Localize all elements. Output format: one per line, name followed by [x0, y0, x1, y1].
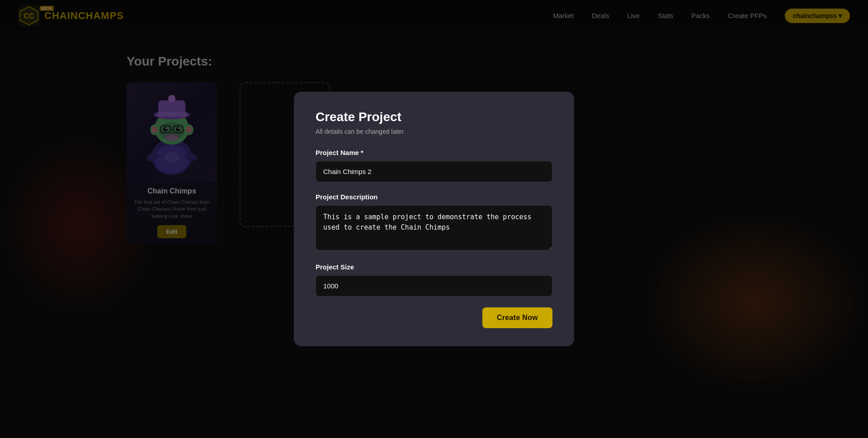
- modal-title: Create Project: [316, 110, 552, 124]
- modal-subtitle: All details can be changed later.: [316, 128, 552, 135]
- project-name-group: Project Name *: [316, 149, 552, 182]
- create-project-modal: Create Project All details can be change…: [294, 92, 574, 346]
- project-size-input[interactable]: [316, 275, 552, 297]
- project-size-label: Project Size: [316, 263, 552, 271]
- create-now-button[interactable]: Create Now: [482, 307, 552, 328]
- modal-footer: Create Now: [316, 307, 552, 328]
- project-description-label: Project Description: [316, 193, 552, 201]
- project-description-input[interactable]: [316, 205, 552, 250]
- project-name-input[interactable]: [316, 161, 552, 182]
- modal-overlay: Create Project All details can be change…: [0, 0, 868, 438]
- project-size-group: Project Size: [316, 263, 552, 297]
- project-name-label: Project Name *: [316, 149, 552, 156]
- project-description-group: Project Description: [316, 193, 552, 252]
